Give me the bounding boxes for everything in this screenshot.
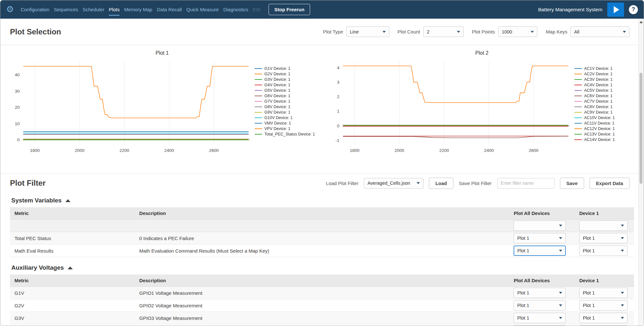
plot-all-devices-dropdown[interactable]: Plot 1 <box>514 246 566 256</box>
dropdown-value: Plot 1 <box>583 290 595 295</box>
legend-label: AC8V Device: 1 <box>584 105 612 109</box>
legend-line-swatch <box>574 68 582 69</box>
plot-points-dropdown[interactable]: 1000 <box>498 26 537 37</box>
chart-body: 18002000220024002600-101234AC1V Device: … <box>322 59 642 156</box>
scrollbar-thumb[interactable] <box>639 73 642 184</box>
plot-all-devices-cell: Plot 1 <box>509 245 574 257</box>
legend-item: G3V Device: 1 <box>255 77 322 82</box>
load-button[interactable]: Load <box>429 178 453 189</box>
svg-text:2400: 2400 <box>484 148 494 153</box>
svg-text:2: 2 <box>337 94 339 99</box>
legend-label: G1V Device: 1 <box>264 66 290 71</box>
column-header-device-1: Device 1 <box>575 207 634 219</box>
nav-items: ConfigurationSequencesSchedulerPlotsMemo… <box>18 0 263 19</box>
scroll-up-arrow-icon[interactable] <box>639 21 643 23</box>
filter-name-input[interactable] <box>497 178 554 189</box>
chevron-down-icon <box>559 292 562 294</box>
dropdown-value: Plot 1 <box>517 248 529 253</box>
chart-body: 18002000220024002600010203040G1V Device:… <box>2 59 322 156</box>
vertical-scrollbar[interactable] <box>638 19 644 326</box>
column-header-metric: Metric <box>10 207 135 219</box>
svg-text:1800: 1800 <box>30 148 40 153</box>
chart-legend: G1V Device: 1G2V Device: 1G3V Device: 1G… <box>255 66 322 156</box>
legend-item: G6V Device: 1 <box>255 94 322 98</box>
legend-label: AC1V Device: 1 <box>584 66 612 71</box>
nav-item-scheduler[interactable]: Scheduler <box>80 0 107 19</box>
chart-canvas[interactable]: 18002000220024002600010203040 <box>5 59 253 156</box>
legend-item: Total_PEC_Status Device: 1 <box>255 132 322 136</box>
plot-all-devices-dropdown[interactable]: Plot 1 <box>514 288 566 298</box>
svg-text:2400: 2400 <box>164 148 174 153</box>
play-button[interactable] <box>607 3 624 17</box>
svg-text:40: 40 <box>15 72 20 77</box>
metric-cell: G2V <box>10 299 135 312</box>
legend-item: AC12V Device: 1 <box>574 126 642 131</box>
description-cell: GPIO3 Voltage Measurement <box>135 312 509 324</box>
collapse-caret-icon[interactable] <box>68 266 73 269</box>
chart-canvas[interactable]: 18002000220024002600-101234 <box>325 59 573 156</box>
nav-item-sequences[interactable]: Sequences <box>52 0 80 19</box>
map-keys-dropdown[interactable]: All <box>571 26 630 37</box>
legend-label: AC7V Device: 1 <box>584 99 612 104</box>
export-data-button[interactable]: Export Data <box>590 178 630 189</box>
legend-item: AC3V Device: 1 <box>574 77 642 82</box>
device-1-dropdown[interactable]: Plot 1 <box>579 246 628 256</box>
legend-label: AC5V Device: 1 <box>584 88 612 93</box>
chart-legend: AC1V Device: 1AC2V Device: 1AC3V Device:… <box>574 66 642 156</box>
play-icon <box>614 6 619 13</box>
column-header-device-1: Device 1 <box>575 275 634 287</box>
help-icon[interactable]: ? <box>629 5 638 14</box>
plot-all-devices-dropdown[interactable]: Plot 1 <box>514 313 566 323</box>
metric-cell: Total PEC Status <box>10 232 135 245</box>
load-filter-dropdown[interactable]: Averaged_Cells.json <box>364 178 423 189</box>
device-1-dropdown[interactable]: Plot 1 <box>579 300 628 311</box>
plot-all-devices-dropdown[interactable] <box>514 220 566 231</box>
legend-label: G10V Device: 1 <box>264 116 293 120</box>
stop-freerun-button[interactable]: Stop Freerun <box>269 4 310 15</box>
legend-label: G9V Device: 1 <box>264 110 290 115</box>
plot-count-label: Plot Count <box>398 29 420 34</box>
legend-label: G6V Device: 1 <box>264 94 290 98</box>
legend-item: AC8V Device: 1 <box>574 105 642 109</box>
plot-count-dropdown[interactable]: 2 <box>423 26 464 37</box>
plot-all-devices-cell: Plot 1 <box>509 299 574 312</box>
legend-label: G4V Device: 1 <box>264 83 290 87</box>
nav-item-plots[interactable]: Plots <box>107 0 122 19</box>
nav-item-quick-measure[interactable]: Quick Measure <box>184 0 221 19</box>
dropdown-value: Plot 1 <box>583 303 595 308</box>
load-plot-filter-label: Load Plot Filter <box>326 181 358 186</box>
nav-item-data-recall[interactable]: Data Recall <box>155 0 184 19</box>
chevron-down-icon <box>559 237 562 239</box>
legend-line-swatch <box>255 107 262 107</box>
dropdown-value: Plot 1 <box>517 236 529 241</box>
legend-line-swatch <box>255 128 262 129</box>
collapse-caret-icon[interactable] <box>65 199 71 202</box>
navbar-right: Battery Management System ? <box>538 3 638 17</box>
plot-all-devices-dropdown[interactable]: Plot 1 <box>514 233 566 243</box>
svg-text:-1: -1 <box>336 138 339 143</box>
column-header-plot-all-devices: Plot All Devices <box>509 207 574 219</box>
legend-line-swatch <box>255 74 262 74</box>
filter-sections: System VariablesMetricDescriptionPlot Al… <box>0 197 644 326</box>
nav-item-configuration[interactable]: Configuration <box>18 0 52 19</box>
device-1-dropdown[interactable]: Plot 1 <box>579 233 628 243</box>
device-1-dropdown[interactable]: Plot 1 <box>579 288 628 298</box>
nav-item-memory-map[interactable]: Memory Map <box>122 0 155 19</box>
device-1-dropdown[interactable]: Plot 1 <box>579 313 628 323</box>
legend-line-swatch <box>255 85 262 85</box>
nav-item-diagnostics[interactable]: Diagnostics <box>221 0 251 19</box>
section-system-variables: System VariablesMetricDescriptionPlot Al… <box>10 197 634 257</box>
plot-all-devices-dropdown[interactable]: Plot 1 <box>514 300 566 311</box>
plot-type-dropdown[interactable]: Line <box>346 26 389 37</box>
svg-text:2600: 2600 <box>529 148 538 153</box>
filter-table: MetricDescriptionPlot All DevicesDevice … <box>10 207 634 257</box>
gear-icon[interactable]: ⚙ <box>6 5 14 14</box>
nav-item-eis[interactable]: EIS <box>251 0 263 19</box>
svg-text:1: 1 <box>337 109 339 114</box>
save-button[interactable]: Save <box>560 178 584 189</box>
device-1-dropdown[interactable] <box>579 220 628 231</box>
legend-label: G7V Device: 1 <box>264 99 290 104</box>
description-cell <box>135 219 509 232</box>
legend-label: AC12V Device: 1 <box>584 126 615 131</box>
dropdown-value: Plot 1 <box>517 303 529 308</box>
